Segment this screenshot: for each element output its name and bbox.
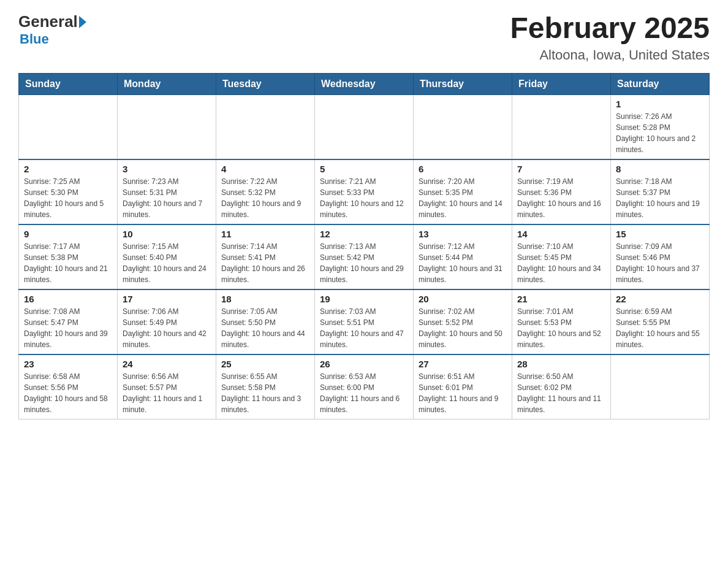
day-number: 15 (616, 229, 704, 239)
day-info: Sunrise: 7:18 AMSunset: 5:37 PMDaylight:… (616, 176, 704, 220)
day-info: Sunrise: 7:13 AMSunset: 5:42 PMDaylight:… (320, 241, 408, 285)
calendar-cell: 8Sunrise: 7:18 AMSunset: 5:37 PMDaylight… (611, 159, 710, 224)
day-info: Sunrise: 7:10 AMSunset: 5:45 PMDaylight:… (517, 241, 605, 285)
calendar-cell: 19Sunrise: 7:03 AMSunset: 5:51 PMDayligh… (315, 289, 414, 354)
page-header: General Blue February 2025 Altoona, Iowa… (18, 12, 710, 63)
day-info: Sunrise: 7:01 AMSunset: 5:53 PMDaylight:… (517, 306, 605, 350)
week-row-3: 9Sunrise: 7:17 AMSunset: 5:38 PMDaylight… (19, 224, 710, 289)
calendar-cell: 5Sunrise: 7:21 AMSunset: 5:33 PMDaylight… (315, 159, 414, 224)
day-info: Sunrise: 7:14 AMSunset: 5:41 PMDaylight:… (221, 241, 309, 285)
calendar-table: SundayMondayTuesdayWednesdayThursdayFrid… (18, 73, 710, 419)
calendar-cell: 20Sunrise: 7:02 AMSunset: 5:52 PMDayligh… (414, 289, 512, 354)
calendar-cell: 13Sunrise: 7:12 AMSunset: 5:44 PMDayligh… (414, 224, 512, 289)
week-row-1: 1Sunrise: 7:26 AMSunset: 5:28 PMDaylight… (19, 94, 710, 159)
day-number: 5 (320, 164, 408, 174)
day-number: 20 (419, 294, 507, 304)
day-info: Sunrise: 6:50 AMSunset: 6:02 PMDaylight:… (517, 371, 605, 415)
calendar-cell: 27Sunrise: 6:51 AMSunset: 6:01 PMDayligh… (414, 354, 512, 419)
day-number: 21 (517, 294, 605, 304)
day-number: 16 (24, 294, 112, 304)
weekday-header-row: SundayMondayTuesdayWednesdayThursdayFrid… (19, 73, 710, 94)
week-row-4: 16Sunrise: 7:08 AMSunset: 5:47 PMDayligh… (19, 289, 710, 354)
day-number: 14 (517, 229, 605, 239)
day-info: Sunrise: 6:55 AMSunset: 5:58 PMDaylight:… (221, 371, 309, 415)
calendar-cell: 15Sunrise: 7:09 AMSunset: 5:46 PMDayligh… (611, 224, 710, 289)
day-info: Sunrise: 6:59 AMSunset: 5:55 PMDaylight:… (616, 306, 704, 350)
day-number: 9 (24, 229, 112, 239)
day-number: 22 (616, 294, 704, 304)
calendar-cell: 26Sunrise: 6:53 AMSunset: 6:00 PMDayligh… (315, 354, 414, 419)
subtitle: Altoona, Iowa, United States (510, 47, 710, 63)
day-info: Sunrise: 7:20 AMSunset: 5:35 PMDaylight:… (419, 176, 507, 220)
calendar-cell: 1Sunrise: 7:26 AMSunset: 5:28 PMDaylight… (611, 94, 710, 159)
calendar-cell: 18Sunrise: 7:05 AMSunset: 5:50 PMDayligh… (216, 289, 315, 354)
page-title: February 2025 (510, 12, 710, 45)
weekday-saturday: Saturday (611, 73, 710, 94)
day-info: Sunrise: 7:21 AMSunset: 5:33 PMDaylight:… (320, 176, 408, 220)
day-info: Sunrise: 7:19 AMSunset: 5:36 PMDaylight:… (517, 176, 605, 220)
week-row-5: 23Sunrise: 6:58 AMSunset: 5:56 PMDayligh… (19, 354, 710, 419)
calendar-cell (414, 94, 512, 159)
calendar-cell: 2Sunrise: 7:25 AMSunset: 5:30 PMDaylight… (19, 159, 118, 224)
day-number: 28 (517, 359, 605, 369)
calendar-cell (512, 94, 611, 159)
weekday-monday: Monday (118, 73, 216, 94)
day-info: Sunrise: 7:02 AMSunset: 5:52 PMDaylight:… (419, 306, 507, 350)
logo: General Blue (18, 12, 88, 47)
calendar-cell (118, 94, 216, 159)
day-number: 19 (320, 294, 408, 304)
calendar-cell: 4Sunrise: 7:22 AMSunset: 5:32 PMDaylight… (216, 159, 315, 224)
calendar-cell (315, 94, 414, 159)
day-number: 27 (419, 359, 507, 369)
calendar-cell: 28Sunrise: 6:50 AMSunset: 6:02 PMDayligh… (512, 354, 611, 419)
logo-blue: Blue (20, 31, 49, 47)
day-number: 2 (24, 164, 112, 174)
day-info: Sunrise: 6:53 AMSunset: 6:00 PMDaylight:… (320, 371, 408, 415)
weekday-wednesday: Wednesday (315, 73, 414, 94)
day-number: 17 (123, 294, 211, 304)
calendar-cell: 11Sunrise: 7:14 AMSunset: 5:41 PMDayligh… (216, 224, 315, 289)
day-info: Sunrise: 7:05 AMSunset: 5:50 PMDaylight:… (221, 306, 309, 350)
calendar-cell: 24Sunrise: 6:56 AMSunset: 5:57 PMDayligh… (118, 354, 216, 419)
weekday-friday: Friday (512, 73, 611, 94)
calendar-cell: 21Sunrise: 7:01 AMSunset: 5:53 PMDayligh… (512, 289, 611, 354)
day-number: 3 (123, 164, 211, 174)
calendar-cell: 6Sunrise: 7:20 AMSunset: 5:35 PMDaylight… (414, 159, 512, 224)
day-number: 1 (616, 99, 704, 109)
logo-general: General (18, 12, 78, 31)
day-info: Sunrise: 7:08 AMSunset: 5:47 PMDaylight:… (24, 306, 112, 350)
calendar-cell: 7Sunrise: 7:19 AMSunset: 5:36 PMDaylight… (512, 159, 611, 224)
day-number: 6 (419, 164, 507, 174)
calendar-cell: 17Sunrise: 7:06 AMSunset: 5:49 PMDayligh… (118, 289, 216, 354)
day-info: Sunrise: 6:56 AMSunset: 5:57 PMDaylight:… (123, 371, 211, 415)
calendar-cell: 14Sunrise: 7:10 AMSunset: 5:45 PMDayligh… (512, 224, 611, 289)
day-number: 4 (221, 164, 309, 174)
day-info: Sunrise: 7:17 AMSunset: 5:38 PMDaylight:… (24, 241, 112, 285)
day-info: Sunrise: 7:03 AMSunset: 5:51 PMDaylight:… (320, 306, 408, 350)
day-info: Sunrise: 7:09 AMSunset: 5:46 PMDaylight:… (616, 241, 704, 285)
day-info: Sunrise: 7:06 AMSunset: 5:49 PMDaylight:… (123, 306, 211, 350)
day-info: Sunrise: 6:58 AMSunset: 5:56 PMDaylight:… (24, 371, 112, 415)
day-number: 18 (221, 294, 309, 304)
day-number: 7 (517, 164, 605, 174)
day-number: 8 (616, 164, 704, 174)
day-number: 13 (419, 229, 507, 239)
day-info: Sunrise: 7:26 AMSunset: 5:28 PMDaylight:… (616, 111, 704, 155)
calendar-cell: 10Sunrise: 7:15 AMSunset: 5:40 PMDayligh… (118, 224, 216, 289)
day-info: Sunrise: 7:25 AMSunset: 5:30 PMDaylight:… (24, 176, 112, 220)
logo-arrow-icon (79, 16, 86, 28)
weekday-tuesday: Tuesday (216, 73, 315, 94)
calendar-cell (216, 94, 315, 159)
weekday-sunday: Sunday (19, 73, 118, 94)
day-number: 24 (123, 359, 211, 369)
day-info: Sunrise: 6:51 AMSunset: 6:01 PMDaylight:… (419, 371, 507, 415)
calendar-cell: 12Sunrise: 7:13 AMSunset: 5:42 PMDayligh… (315, 224, 414, 289)
day-info: Sunrise: 7:23 AMSunset: 5:31 PMDaylight:… (123, 176, 211, 220)
week-row-2: 2Sunrise: 7:25 AMSunset: 5:30 PMDaylight… (19, 159, 710, 224)
calendar-cell: 23Sunrise: 6:58 AMSunset: 5:56 PMDayligh… (19, 354, 118, 419)
calendar-cell: 16Sunrise: 7:08 AMSunset: 5:47 PMDayligh… (19, 289, 118, 354)
calendar-cell (19, 94, 118, 159)
day-number: 12 (320, 229, 408, 239)
title-block: February 2025 Altoona, Iowa, United Stat… (510, 12, 710, 63)
day-info: Sunrise: 7:12 AMSunset: 5:44 PMDaylight:… (419, 241, 507, 285)
